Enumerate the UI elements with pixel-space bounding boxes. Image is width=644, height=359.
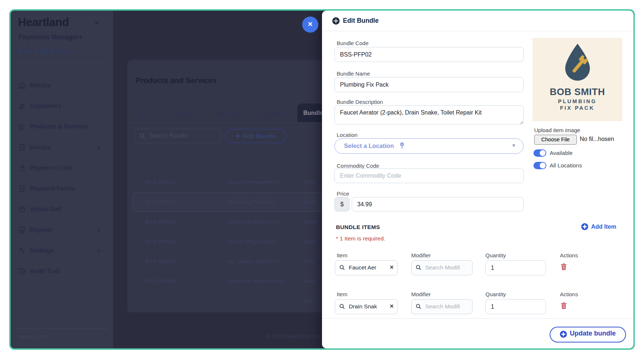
table-row-name: Basic Homeowner Kit: [228, 179, 281, 185]
all-locations-toggle[interactable]: [533, 162, 546, 169]
clear-icon[interactable]: ×: [390, 302, 394, 310]
back-to-account-link[interactable]: Back to My Account: [18, 47, 72, 54]
table-row-desc: Fauc: [304, 199, 316, 205]
close-icon: ×: [308, 19, 313, 29]
add-item-button[interactable]: Add Item: [581, 223, 616, 230]
table-row-name: Essential Maintenance ...: [228, 278, 290, 284]
search-bundle-input[interactable]: Search Bundle: [135, 129, 221, 143]
sidebar-item-reports[interactable]: Reports ›: [11, 226, 113, 235]
quantity-input[interactable]: [485, 299, 546, 314]
history-clock-icon: [18, 267, 26, 275]
plus-circle-icon: [581, 223, 588, 230]
sidebar-item-virtual-sell[interactable]: Virtual Sell: [11, 205, 113, 214]
chevron-right-icon: ›: [97, 225, 100, 235]
plumbing-drop-logo-icon: [560, 42, 595, 83]
sidebar-bottom-divider: [16, 329, 108, 329]
col-bundle-code: BUNDLE CODE: [145, 157, 181, 163]
bundle-image: BOB SMITH PLUMBING FIX PACK: [532, 38, 622, 121]
users-icon: [18, 102, 26, 110]
sidebar-item-customers[interactable]: Customers: [11, 102, 113, 111]
table-row-code[interactable]: BSS-EMS06: [145, 278, 176, 284]
available-toggle-label: Available: [550, 150, 573, 156]
search-icon: [339, 264, 345, 271]
tab-modifiers[interactable]: Modifiers: [261, 111, 285, 118]
search-placeholder: Search Bundle: [149, 133, 188, 139]
search-icon: [339, 303, 345, 310]
commodity-code-label: Commodity Code: [337, 163, 379, 169]
delete-item-button[interactable]: [561, 263, 567, 272]
commodity-code-input[interactable]: [334, 168, 524, 183]
update-bundle-button[interactable]: Update bundle: [550, 327, 626, 342]
modifier-label: Modifier: [411, 291, 431, 297]
quantity-label: Quantity: [485, 252, 506, 258]
table-row-code[interactable]: BSS-WPB04: [145, 238, 177, 244]
sidebar-item-products-services[interactable]: Products & Services: [11, 123, 113, 131]
brand-line2: FIX PACK: [532, 105, 622, 111]
all-locations-toggle-label: All Locations: [550, 162, 582, 169]
table-row-code[interactable]: BSS-AQK05: [145, 258, 176, 264]
table-row-code[interactable]: BSS-ERK03: [145, 218, 176, 225]
modifier-search-input[interactable]: Search Modifi: [411, 299, 473, 314]
quantity-input[interactable]: [485, 260, 546, 275]
sidebar-divider: [16, 62, 108, 62]
delete-item-button[interactable]: [561, 302, 567, 311]
currency-prefix: $: [334, 197, 350, 211]
file-status-text: No fil...hosen: [580, 136, 614, 142]
pagination-label: 1 to 6: [300, 298, 313, 304]
payment-links-icon: $: [18, 164, 26, 172]
sidebar-item-settings[interactable]: Settings ›: [11, 247, 113, 255]
sidebar-item-invoice[interactable]: Invoice ›: [11, 144, 113, 152]
table-row-code[interactable]: BSS-BHK01: [145, 179, 176, 185]
tab-categories[interactable]: Categories: [170, 111, 198, 118]
modifier-search-input[interactable]: Search Modifi: [411, 260, 473, 275]
item-search-input[interactable]: Faucet Aer ×: [335, 260, 398, 275]
quantity-label: Quantity: [485, 291, 506, 297]
chevron-right-icon: ›: [97, 143, 100, 152]
sidebar: Heartland × Payments Manager+ Back to My…: [11, 11, 113, 348]
bundle-items-heading: BUNDLE ITEMS: [336, 224, 380, 231]
item-label: Item: [337, 252, 347, 258]
report-chart-icon: [18, 226, 26, 234]
table-row-code[interactable]: BSS-PFP02: [145, 199, 175, 205]
tab-discounts[interactable]: Discounts: [216, 111, 242, 118]
brand-name: BOB SMITH: [532, 86, 622, 98]
tab-items[interactable]: Items: [138, 111, 152, 118]
sidebar-item-payment-forms[interactable]: $ Payment Forms: [11, 185, 113, 193]
toggle-knob: [540, 163, 546, 168]
choose-file-button[interactable]: Choose File: [534, 135, 577, 145]
table-row-desc: HVA: [304, 258, 315, 264]
add-bundle-button[interactable]: Add Bundle: [225, 129, 286, 143]
bundle-description-textarea[interactable]: Faucet Aerator (2-pack), Drain Snake, To…: [334, 105, 524, 124]
invoice-icon: [18, 144, 26, 152]
chevron-down-icon: ▾: [512, 142, 515, 149]
table-row-desc: Dimm: [304, 218, 318, 225]
plus-circle-icon: [560, 331, 567, 338]
modal-close-button[interactable]: ×: [302, 17, 318, 33]
bundle-code-label: Bundle Code: [337, 40, 369, 46]
clear-icon[interactable]: ×: [390, 264, 394, 271]
table-row-desc: Wea: [304, 238, 315, 244]
price-input[interactable]: [352, 197, 524, 211]
sidebar-item-payment-links[interactable]: $ Payment Links: [11, 164, 113, 173]
bundle-name-input[interactable]: [334, 77, 524, 92]
search-icon: [139, 133, 146, 140]
brand-line1: PLUMBING: [532, 98, 622, 104]
item-search-input[interactable]: Drain Snak ×: [335, 299, 398, 314]
item-label: Item: [337, 291, 347, 297]
available-toggle[interactable]: [533, 149, 546, 157]
plus-icon: [235, 134, 240, 138]
payment-forms-icon: $: [18, 185, 26, 193]
sidebar-close-icon[interactable]: ×: [94, 19, 99, 27]
products-icon: [18, 123, 26, 131]
col-description: DESC: [304, 157, 317, 163]
sidebar-item-metrics[interactable]: Metrics: [11, 81, 113, 90]
sidebar-item-audit-trail[interactable]: Audit Trail: [11, 267, 113, 276]
svg-text:$: $: [21, 188, 23, 191]
actions-label: Actions: [560, 252, 578, 258]
location-label: Location: [337, 132, 358, 138]
edit-bundle-modal: × Edit Bundle Bundle Code Bundle Name Bu…: [322, 11, 633, 348]
location-select[interactable]: Select a Location ▾: [334, 138, 524, 154]
trash-icon: [561, 302, 567, 309]
bundle-code-input[interactable]: [334, 47, 524, 62]
table-row-desc: Wall: [304, 179, 314, 185]
